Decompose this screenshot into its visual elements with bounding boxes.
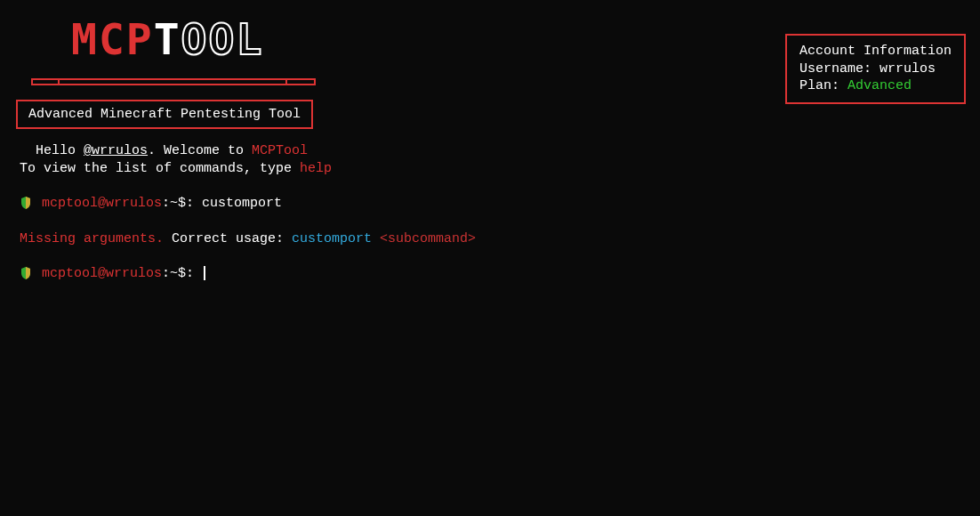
error-correct-usage: Correct usage: xyxy=(164,231,292,246)
logo-area: MCPTOOL xyxy=(71,18,263,60)
account-username-row: Username: wrrulos xyxy=(799,60,952,78)
prompt-user: mcptool@wrrulos xyxy=(42,266,162,281)
account-plan-row: Plan: Advanced xyxy=(799,77,952,95)
cursor xyxy=(204,266,205,280)
decoration-line xyxy=(31,78,316,85)
shield-icon xyxy=(20,267,32,279)
logo-part-ool: OOL xyxy=(181,14,264,64)
subtitle-text: Advanced Minecraft Pentesting Tool xyxy=(28,107,301,122)
error-command: customport xyxy=(292,231,380,246)
account-title: Account Information xyxy=(799,43,952,60)
prompt-line-2[interactable]: mcptool@wrrulos:~$: xyxy=(20,265,476,283)
prompt-separator: :~$: xyxy=(162,196,202,211)
prompt-line-1: mcptool@wrrulos:~$: customport xyxy=(20,195,476,213)
error-subcommand: <subcommand> xyxy=(380,231,476,246)
account-plan-value: Advanced xyxy=(847,78,912,93)
logo-part-mcp: MCP xyxy=(71,14,154,64)
greeting-handle: @wrrulos xyxy=(84,143,148,158)
account-username-value: wrrulos xyxy=(880,61,936,77)
greeting-instruction: To view the list of commands, type xyxy=(20,161,300,176)
command-entered: customport xyxy=(202,196,282,211)
logo-part-t: T xyxy=(154,14,181,64)
greeting-toolname: MCPTool xyxy=(252,143,308,158)
account-username-label: Username: xyxy=(799,61,880,77)
prompt-separator: :~$: xyxy=(162,266,202,281)
shield-icon xyxy=(20,197,32,209)
logo-decoration xyxy=(31,78,316,85)
logo: MCPTOOL xyxy=(71,18,263,60)
greeting-line-2: To view the list of commands, type help xyxy=(20,160,476,178)
error-missing: Missing arguments. xyxy=(20,231,164,246)
greeting-welcome: . Welcome to xyxy=(148,143,252,158)
terminal-content[interactable]: Hello @wrrulos. Welcome to MCPTool To vi… xyxy=(20,142,476,283)
greeting-line-1: Hello @wrrulos. Welcome to MCPTool xyxy=(20,142,476,160)
prompt-user: mcptool@wrrulos xyxy=(42,196,162,211)
account-plan-label: Plan: xyxy=(799,78,847,93)
error-line: Missing arguments. Correct usage: custom… xyxy=(20,230,476,248)
greeting-hello: Hello xyxy=(36,143,84,158)
greeting-help: help xyxy=(300,161,332,176)
subtitle-box: Advanced Minecraft Pentesting Tool xyxy=(16,100,313,129)
account-info-box: Account Information Username: wrrulos Pl… xyxy=(785,34,966,104)
